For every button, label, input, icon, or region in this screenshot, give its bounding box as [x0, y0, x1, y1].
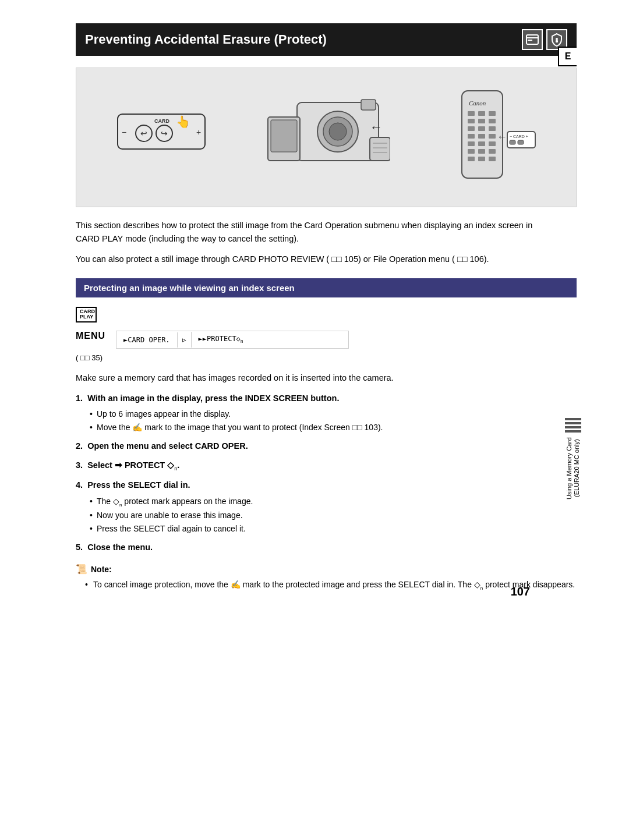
step-2: 2. Open the menu and select CARD OPER. — [76, 440, 577, 453]
make-sure-text: Make sure a memory card that has images … — [76, 371, 553, 385]
svg-rect-33 — [489, 119, 496, 123]
step-4: 4. Press the SELECT dial in. The ◇n prot… — [76, 479, 577, 535]
menu-container: MENU ►CARD OPER. ▹ ►►PROTECT◇n — [76, 331, 577, 350]
card-control-svg: CARD − ↩ ↪ + 👆 — [115, 108, 208, 166]
tab-e: E — [558, 47, 577, 66]
step-4-bullets: The ◇n protect mark appears on the image… — [90, 495, 577, 535]
card-play-line2: PLAY — [80, 314, 93, 320]
title-bar: Preventing Accidental Erasure (Protect) — [76, 23, 577, 56]
svg-rect-46 — [468, 157, 475, 161]
step-5: 5. Close the menu. — [76, 541, 577, 554]
camera-illustration: CARD − ↩ ↪ + 👆 — [88, 80, 564, 195]
svg-text:+: + — [196, 127, 201, 137]
svg-text:− CARD +: − CARD + — [510, 134, 528, 139]
step-1-bullet-2: Move the ✍ mark to the image that you wa… — [90, 421, 577, 434]
page-title: Preventing Accidental Erasure (Protect) — [85, 32, 327, 47]
svg-rect-45 — [489, 149, 496, 154]
step-2-title: 2. Open the menu and select CARD OPER. — [76, 441, 248, 451]
note-section: 📜 Note: To cancel image protection, move… — [76, 563, 577, 593]
steps-container: 1. With an image in the display, press t… — [76, 392, 577, 554]
side-label-text: Using a Memory Card(ELURA20 MC only) — [566, 437, 581, 499]
svg-text:↪: ↪ — [161, 129, 168, 138]
note-bullet-1: To cancel image protection, move the ✍ m… — [85, 578, 577, 593]
step-1-bullets: Up to 6 images appear in the display. Mo… — [90, 407, 577, 434]
camera-body-svg: ← — [262, 85, 390, 190]
svg-rect-34 — [468, 126, 475, 131]
svg-rect-19 — [271, 120, 297, 152]
svg-rect-22 — [370, 137, 390, 161]
svg-rect-40 — [468, 141, 475, 146]
step-4-title: 4. Press the SELECT dial in. — [76, 480, 190, 490]
note-bullets: To cancel image protection, move the ✍ m… — [85, 578, 577, 593]
menu-protect: ►►PROTECT◇n — [192, 331, 250, 348]
step-4-bullet-1: The ◇n protect mark appears on the image… — [90, 495, 577, 509]
step-1-title: 1. With an image in the display, press t… — [76, 394, 339, 403]
svg-rect-52 — [518, 140, 524, 144]
menu-label: MENU — [76, 331, 105, 341]
body-para-2: You can also protect a still image throu… — [76, 253, 553, 266]
step-3: 3. Select ➡ PROTECT ◇n. — [76, 459, 577, 473]
svg-rect-20 — [361, 100, 376, 110]
step-5-title: 5. Close the menu. — [76, 543, 153, 552]
svg-rect-29 — [478, 111, 485, 116]
svg-rect-30 — [489, 111, 496, 116]
card-icon — [522, 29, 543, 50]
svg-rect-44 — [478, 149, 485, 154]
menu-left: MENU — [76, 331, 110, 341]
svg-point-3 — [556, 38, 558, 40]
svg-rect-28 — [468, 111, 475, 116]
svg-rect-31 — [468, 119, 475, 123]
svg-text:←: ← — [370, 120, 383, 134]
page-number: 107 — [511, 585, 530, 598]
svg-rect-2 — [528, 40, 532, 41]
svg-text:−: − — [122, 127, 126, 137]
note-label: Note: — [91, 565, 112, 574]
svg-point-17 — [329, 123, 347, 140]
svg-rect-35 — [478, 126, 485, 131]
menu-row: ►CARD OPER. ▹ ►►PROTECT◇n — [116, 331, 349, 348]
svg-rect-4 — [556, 40, 558, 42]
tab-e-label: E — [565, 51, 571, 61]
diagram-area: CARD − ↩ ↪ + 👆 — [76, 68, 577, 207]
card-play-line1: CARD — [80, 309, 95, 314]
svg-rect-41 — [478, 141, 485, 146]
svg-rect-36 — [489, 126, 496, 131]
note-title: 📜 Note: — [76, 563, 577, 575]
step-1-bullet-1: Up to 6 images appear in the display. — [90, 407, 577, 420]
svg-rect-47 — [478, 157, 485, 161]
step-3-title: 3. Select ➡ PROTECT ◇n. — [76, 460, 179, 470]
svg-rect-48 — [489, 157, 496, 161]
svg-text:CARD: CARD — [154, 118, 169, 124]
svg-rect-38 — [478, 134, 485, 139]
svg-rect-37 — [468, 134, 475, 139]
menu-arrow-mid: ▹ — [178, 332, 192, 348]
svg-text:↩: ↩ — [140, 129, 147, 138]
menu-note: ( □□ 35) — [76, 353, 577, 362]
section-header: Protecting an image while viewing an ind… — [76, 278, 577, 297]
step-4-bullet-3: Press the SELECT dial again to cancel it… — [90, 522, 577, 535]
card-play-badge: CARD PLAY — [76, 307, 97, 323]
svg-rect-42 — [489, 141, 496, 146]
body-para-1: This section describes how to protect th… — [76, 219, 553, 246]
svg-text:Canon: Canon — [469, 100, 486, 107]
svg-text:←: ← — [497, 131, 507, 143]
svg-rect-51 — [510, 140, 515, 144]
svg-rect-32 — [478, 119, 485, 123]
svg-text:👆: 👆 — [176, 115, 190, 129]
menu-card-oper: ►CARD OPER. — [116, 332, 177, 348]
step-1: 1. With an image in the display, press t… — [76, 392, 577, 434]
note-icon: 📜 — [76, 563, 87, 575]
step-4-bullet-2: Now you are unable to erase this image. — [90, 509, 577, 522]
svg-rect-43 — [468, 149, 475, 154]
svg-rect-39 — [489, 134, 496, 139]
remote-control-svg: Canon — [444, 85, 538, 190]
